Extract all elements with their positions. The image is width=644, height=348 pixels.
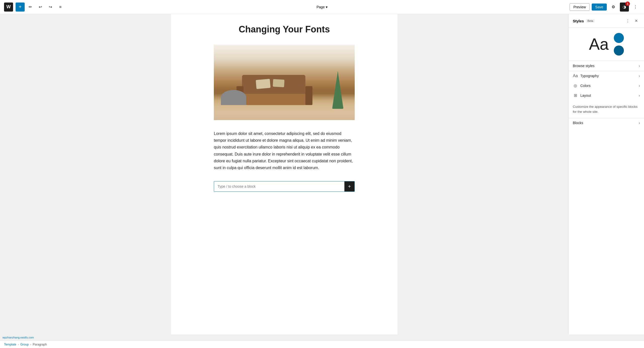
toolbar-center: Page ▾ xyxy=(314,4,330,11)
layout-chevron: › xyxy=(639,93,640,97)
blocks-row[interactable]: Blocks › xyxy=(569,118,644,127)
panel-title: Styles xyxy=(573,19,584,23)
typography-chevron: › xyxy=(639,74,640,78)
browse-styles-row[interactable]: Browse styles › xyxy=(569,61,644,71)
browse-styles-chevron: › xyxy=(639,64,640,68)
more-options-button[interactable]: ⋮ xyxy=(631,3,640,12)
add-icon: + xyxy=(348,184,351,189)
save-button[interactable]: Save xyxy=(592,4,607,11)
panel-more-button[interactable]: ⋮ xyxy=(624,17,631,25)
more-vert-icon: ⋮ xyxy=(633,5,637,9)
breadcrumb-group[interactable]: Group xyxy=(20,343,29,346)
settings-button[interactable]: ⚙ xyxy=(609,3,618,12)
toolbar-right: Preview Save ⚙ ◑ 1 ⋮ xyxy=(570,3,640,12)
layout-icon: ⊞ xyxy=(573,93,578,98)
notification-badge: 1 xyxy=(625,2,630,6)
paragraph-text: Lorem ipsum dolor sit amet, consectetur … xyxy=(214,130,355,171)
edit-button[interactable]: ✏ xyxy=(26,3,35,12)
page-dropdown-button[interactable]: Page ▾ xyxy=(314,4,330,11)
styles-panel: Styles Beta ⋮ ✕ Aa Browse styles xyxy=(569,14,644,334)
blocks-chevron: › xyxy=(639,121,640,125)
colors-label: Colors xyxy=(580,84,590,88)
theme-toggle-button[interactable]: ◑ 1 xyxy=(620,3,629,12)
page-title: Changing Your Fonts xyxy=(176,24,392,35)
editor-area: Changing Your Fonts xyxy=(0,14,569,334)
panel-header: Styles Beta ⋮ ✕ xyxy=(569,14,644,28)
panel-header-actions: ⋮ ✕ xyxy=(624,17,640,25)
beta-badge: Beta xyxy=(586,19,595,23)
layout-item-left: ⊞ Layout xyxy=(573,93,591,98)
url-bar: wpzhanzhang.eastfu.com xyxy=(0,334,644,340)
main-layout: Changing Your Fonts xyxy=(0,14,644,334)
preview-dots xyxy=(614,33,624,56)
preview-typography: Aa xyxy=(589,36,609,52)
colors-chevron: › xyxy=(639,84,640,88)
colors-icon: ◎ xyxy=(573,83,578,88)
breadcrumb-current: Paragraph xyxy=(33,343,47,346)
breadcrumb-sep-1: › xyxy=(18,343,19,346)
layout-item[interactable]: ⊞ Layout › xyxy=(569,90,644,100)
block-input[interactable] xyxy=(214,182,344,191)
layout-label: Layout xyxy=(580,93,591,97)
browse-styles-label: Browse styles xyxy=(573,64,594,68)
content-image xyxy=(214,45,355,120)
preview-dot-secondary xyxy=(614,45,624,56)
more-vert-icon: ⋮ xyxy=(626,19,630,23)
typography-label: Typography xyxy=(580,74,599,78)
colors-item-left: ◎ Colors xyxy=(573,83,590,88)
typography-icon: Aa xyxy=(573,74,578,78)
panel-description: Customize the appearance of specific blo… xyxy=(569,100,644,118)
content-image-inner xyxy=(214,45,355,120)
colors-item[interactable]: ◎ Colors › xyxy=(569,81,644,90)
page-label: Page xyxy=(316,5,325,9)
redo-icon: ↪ xyxy=(49,5,52,9)
undo-button[interactable]: ↩ xyxy=(36,3,45,12)
typography-item-left: Aa Typography xyxy=(573,74,599,78)
breadcrumb-template[interactable]: Template xyxy=(4,343,16,346)
theme-icon: ◑ xyxy=(623,5,626,9)
gear-icon: ⚙ xyxy=(612,5,615,9)
add-block-button[interactable]: + xyxy=(16,3,25,12)
list-view-button[interactable]: ≡ xyxy=(56,3,65,12)
preview-dot-primary xyxy=(614,33,624,43)
panel-header-left: Styles Beta xyxy=(573,19,595,23)
close-icon: ✕ xyxy=(635,19,638,23)
redo-button[interactable]: ↪ xyxy=(46,3,55,12)
toolbar-left: W + ✏ ↩ ↪ ≡ xyxy=(4,3,65,12)
style-preview: Aa xyxy=(569,28,644,61)
chevron-down-icon: ▾ xyxy=(326,5,328,9)
undo-icon: ↩ xyxy=(39,5,42,9)
editor-inner: Changing Your Fonts xyxy=(171,14,397,334)
wp-logo-icon: W xyxy=(4,3,13,12)
breadcrumb-bar: Template › Group › Paragraph xyxy=(0,340,644,348)
breadcrumb-sep-2: › xyxy=(30,343,31,346)
pencil-icon: ✏ xyxy=(29,5,32,9)
panel-close-button[interactable]: ✕ xyxy=(632,17,640,25)
blocks-label: Blocks xyxy=(573,121,583,125)
preview-button[interactable]: Preview xyxy=(570,3,590,11)
typography-item[interactable]: Aa Typography › xyxy=(569,71,644,81)
list-icon: ≡ xyxy=(59,5,61,9)
url-text: wpzhanzhang.eastfu.com xyxy=(3,336,34,339)
toolbar: W + ✏ ↩ ↪ ≡ Page ▾ Preview Save ⚙ ◑ 1 xyxy=(0,0,644,14)
block-add-button[interactable]: + xyxy=(344,181,354,191)
block-input-row: + xyxy=(214,181,355,192)
